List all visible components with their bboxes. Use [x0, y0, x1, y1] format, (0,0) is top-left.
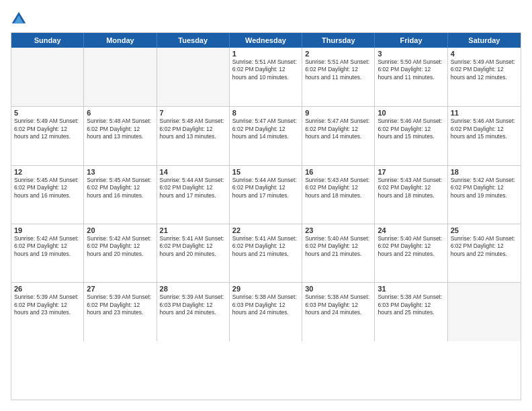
- day-number: 24: [378, 226, 444, 234]
- calendar-cell: 4Sunrise: 5:49 AM Sunset: 6:02 PM Daylig…: [448, 48, 521, 106]
- day-info: Sunrise: 5:42 AM Sunset: 6:02 PM Dayligh…: [14, 235, 81, 258]
- day-info: Sunrise: 5:39 AM Sunset: 6:03 PM Dayligh…: [160, 293, 226, 316]
- calendar-cell: 18Sunrise: 5:42 AM Sunset: 6:02 PM Dayli…: [448, 166, 521, 224]
- calendar-cell: 12Sunrise: 5:45 AM Sunset: 6:02 PM Dayli…: [11, 166, 84, 224]
- day-info: Sunrise: 5:41 AM Sunset: 6:02 PM Dayligh…: [232, 235, 299, 258]
- day-number: 22: [232, 226, 299, 234]
- calendar-cell: 14Sunrise: 5:44 AM Sunset: 6:02 PM Dayli…: [157, 166, 230, 224]
- calendar-cell: 16Sunrise: 5:43 AM Sunset: 6:02 PM Dayli…: [302, 166, 375, 224]
- day-number: 5: [14, 109, 81, 117]
- day-info: Sunrise: 5:43 AM Sunset: 6:02 PM Dayligh…: [378, 177, 444, 199]
- calendar-cell: 31Sunrise: 5:38 AM Sunset: 6:03 PM Dayli…: [375, 283, 447, 340]
- day-info: Sunrise: 5:39 AM Sunset: 6:02 PM Dayligh…: [87, 293, 153, 316]
- day-info: Sunrise: 5:47 AM Sunset: 6:02 PM Dayligh…: [232, 118, 299, 140]
- calendar-cell: 5Sunrise: 5:49 AM Sunset: 6:02 PM Daylig…: [11, 107, 84, 165]
- calendar-cell: 24Sunrise: 5:40 AM Sunset: 6:02 PM Dayli…: [375, 224, 447, 282]
- day-info: Sunrise: 5:47 AM Sunset: 6:02 PM Dayligh…: [305, 118, 371, 140]
- day-number: 25: [451, 226, 518, 234]
- day-number: 16: [305, 168, 371, 176]
- day-number: 7: [160, 109, 226, 117]
- header: [11, 11, 521, 27]
- day-number: 2: [305, 50, 371, 58]
- calendar-cell: 21Sunrise: 5:41 AM Sunset: 6:02 PM Dayli…: [157, 224, 230, 282]
- day-info: Sunrise: 5:40 AM Sunset: 6:02 PM Dayligh…: [378, 235, 444, 258]
- day-info: Sunrise: 5:51 AM Sunset: 6:02 PM Dayligh…: [305, 58, 371, 81]
- day-number: 12: [14, 168, 81, 176]
- day-info: Sunrise: 5:49 AM Sunset: 6:02 PM Dayligh…: [14, 118, 81, 140]
- day-number: 17: [378, 168, 444, 176]
- logo-icon: [11, 11, 27, 27]
- day-info: Sunrise: 5:42 AM Sunset: 6:02 PM Dayligh…: [87, 235, 153, 258]
- day-info: Sunrise: 5:50 AM Sunset: 6:02 PM Dayligh…: [378, 58, 444, 81]
- day-number: 3: [378, 50, 444, 58]
- day-number: 9: [305, 109, 371, 117]
- day-number: 23: [305, 226, 371, 234]
- calendar-cell: 6Sunrise: 5:48 AM Sunset: 6:02 PM Daylig…: [84, 107, 157, 165]
- day-number: 31: [378, 285, 444, 293]
- day-number: 13: [87, 168, 153, 176]
- day-number: 10: [378, 109, 444, 117]
- day-info: Sunrise: 5:38 AM Sunset: 6:03 PM Dayligh…: [232, 293, 299, 316]
- day-number: 19: [14, 226, 81, 234]
- calendar-cell: 15Sunrise: 5:44 AM Sunset: 6:02 PM Dayli…: [230, 166, 302, 224]
- day-info: Sunrise: 5:44 AM Sunset: 6:02 PM Dayligh…: [232, 177, 299, 199]
- day-number: 6: [87, 109, 153, 117]
- calendar-cell: 23Sunrise: 5:40 AM Sunset: 6:02 PM Dayli…: [302, 224, 375, 282]
- header-day-friday: Friday: [375, 33, 447, 48]
- calendar-cell: 27Sunrise: 5:39 AM Sunset: 6:02 PM Dayli…: [84, 283, 157, 340]
- calendar-row: 1Sunrise: 5:51 AM Sunset: 6:02 PM Daylig…: [11, 48, 521, 106]
- day-number: 29: [232, 285, 299, 293]
- day-number: 14: [160, 168, 226, 176]
- calendar-cell: 22Sunrise: 5:41 AM Sunset: 6:02 PM Dayli…: [230, 224, 302, 282]
- calendar-cell: 10Sunrise: 5:46 AM Sunset: 6:02 PM Dayli…: [375, 107, 447, 165]
- calendar-cell: 13Sunrise: 5:45 AM Sunset: 6:02 PM Dayli…: [84, 166, 157, 224]
- day-number: 28: [160, 285, 226, 293]
- day-info: Sunrise: 5:45 AM Sunset: 6:02 PM Dayligh…: [87, 177, 153, 199]
- day-number: 11: [451, 109, 518, 117]
- day-info: Sunrise: 5:51 AM Sunset: 6:02 PM Dayligh…: [232, 58, 299, 81]
- day-info: Sunrise: 5:43 AM Sunset: 6:02 PM Dayligh…: [305, 177, 371, 199]
- header-day-saturday: Saturday: [448, 33, 521, 48]
- calendar-cell: [157, 48, 230, 106]
- calendar: SundayMondayTuesdayWednesdayThursdayFrid…: [11, 32, 521, 400]
- day-number: 21: [160, 226, 226, 234]
- day-number: 1: [232, 50, 299, 58]
- day-info: Sunrise: 5:46 AM Sunset: 6:02 PM Dayligh…: [451, 118, 518, 140]
- day-info: Sunrise: 5:40 AM Sunset: 6:02 PM Dayligh…: [451, 235, 518, 258]
- day-info: Sunrise: 5:48 AM Sunset: 6:02 PM Dayligh…: [87, 118, 153, 140]
- header-day-monday: Monday: [84, 33, 157, 48]
- day-info: Sunrise: 5:41 AM Sunset: 6:02 PM Dayligh…: [160, 235, 226, 258]
- calendar-cell: [84, 48, 157, 106]
- calendar-cell: 29Sunrise: 5:38 AM Sunset: 6:03 PM Dayli…: [230, 283, 302, 340]
- calendar-cell: 9Sunrise: 5:47 AM Sunset: 6:02 PM Daylig…: [302, 107, 375, 165]
- day-number: 4: [451, 50, 518, 58]
- day-number: 30: [305, 285, 371, 293]
- calendar-row: 12Sunrise: 5:45 AM Sunset: 6:02 PM Dayli…: [11, 165, 521, 224]
- calendar-body: 1Sunrise: 5:51 AM Sunset: 6:02 PM Daylig…: [11, 48, 521, 400]
- header-day-tuesday: Tuesday: [157, 33, 230, 48]
- day-number: 20: [87, 226, 153, 234]
- calendar-cell: 26Sunrise: 5:39 AM Sunset: 6:02 PM Dayli…: [11, 283, 84, 340]
- day-info: Sunrise: 5:38 AM Sunset: 6:03 PM Dayligh…: [305, 293, 371, 316]
- calendar-row: 19Sunrise: 5:42 AM Sunset: 6:02 PM Dayli…: [11, 224, 521, 282]
- day-info: Sunrise: 5:49 AM Sunset: 6:02 PM Dayligh…: [451, 58, 518, 81]
- calendar-cell: [11, 48, 84, 106]
- day-number: 18: [451, 168, 518, 176]
- day-info: Sunrise: 5:39 AM Sunset: 6:02 PM Dayligh…: [14, 293, 81, 316]
- logo: [11, 11, 30, 27]
- day-info: Sunrise: 5:42 AM Sunset: 6:02 PM Dayligh…: [451, 177, 518, 199]
- calendar-cell: 17Sunrise: 5:43 AM Sunset: 6:02 PM Dayli…: [375, 166, 447, 224]
- day-info: Sunrise: 5:46 AM Sunset: 6:02 PM Dayligh…: [378, 118, 444, 140]
- day-number: 26: [14, 285, 81, 293]
- header-day-thursday: Thursday: [302, 33, 375, 48]
- day-info: Sunrise: 5:40 AM Sunset: 6:02 PM Dayligh…: [305, 235, 371, 258]
- header-day-sunday: Sunday: [11, 33, 84, 48]
- calendar-header: SundayMondayTuesdayWednesdayThursdayFrid…: [11, 33, 521, 48]
- calendar-cell: 28Sunrise: 5:39 AM Sunset: 6:03 PM Dayli…: [157, 283, 230, 340]
- calendar-cell: 25Sunrise: 5:40 AM Sunset: 6:02 PM Dayli…: [448, 224, 521, 282]
- calendar-row: 26Sunrise: 5:39 AM Sunset: 6:02 PM Dayli…: [11, 282, 521, 340]
- calendar-cell: 2Sunrise: 5:51 AM Sunset: 6:02 PM Daylig…: [302, 48, 375, 106]
- calendar-cell: 30Sunrise: 5:38 AM Sunset: 6:03 PM Dayli…: [302, 283, 375, 340]
- day-number: 15: [232, 168, 299, 176]
- calendar-cell: [448, 283, 521, 340]
